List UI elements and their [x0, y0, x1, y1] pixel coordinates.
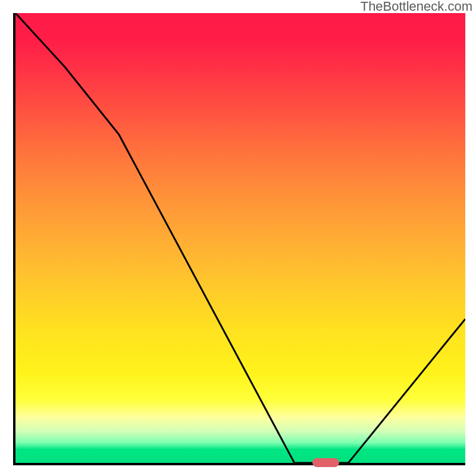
watermark-text: TheBottleneck.com: [361, 0, 472, 14]
chart-frame: TheBottleneck.com: [0, 0, 476, 476]
plot-area: [13, 13, 465, 465]
optimal-marker: [312, 458, 339, 467]
heat-gradient-background: [15, 13, 465, 463]
